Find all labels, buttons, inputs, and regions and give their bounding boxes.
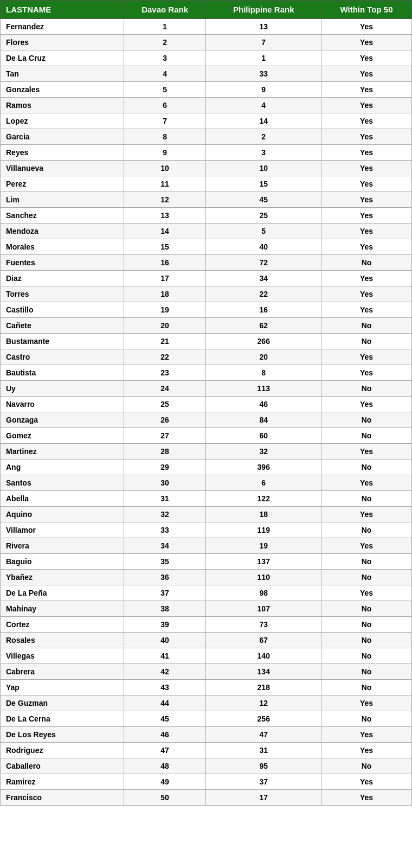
top50-cell: Yes [321, 113, 412, 129]
davao-rank-cell: 38 [124, 601, 206, 617]
davao-rank-cell: 11 [124, 176, 206, 192]
lastname-cell: Lim [1, 192, 124, 208]
lastname-cell: De La Peña [1, 585, 124, 601]
lastname-cell: Gonzaga [1, 412, 124, 428]
davao-rank-cell: 46 [124, 727, 206, 743]
davao-rank-cell: 21 [124, 334, 206, 349]
davao-rank-cell: 32 [124, 507, 206, 522]
top50-cell: Yes [321, 239, 412, 255]
lastname-cell: Lopez [1, 113, 124, 129]
lastname-cell: Bustamante [1, 334, 124, 349]
top50-cell: Yes [321, 82, 412, 98]
phil-rank-cell: 32 [206, 444, 321, 459]
top50-cell: Yes [321, 444, 412, 459]
col-header-lastname: LASTNAME [1, 1, 124, 19]
phil-rank-cell: 140 [206, 648, 321, 664]
davao-rank-cell: 25 [124, 397, 206, 412]
top50-cell: Yes [321, 302, 412, 318]
lastname-cell: Ybañez [1, 570, 124, 585]
top50-cell: No [321, 491, 412, 507]
phil-rank-cell: 1 [206, 50, 321, 66]
lastname-cell: Villegas [1, 648, 124, 664]
lastname-cell: Bautista [1, 365, 124, 381]
davao-rank-cell: 4 [124, 66, 206, 82]
table-row: Bautista238Yes [1, 365, 412, 381]
top50-cell: No [321, 648, 412, 664]
table-row: Gomez2760No [1, 428, 412, 444]
davao-rank-cell: 50 [124, 790, 206, 806]
lastname-cell: Abella [1, 491, 124, 507]
davao-rank-cell: 49 [124, 774, 206, 790]
col-header-phil: Philippine Rank [206, 1, 321, 19]
top50-cell: No [321, 255, 412, 271]
davao-rank-cell: 2 [124, 35, 206, 50]
table-row: Fuentes1672No [1, 255, 412, 271]
lastname-cell: Ang [1, 459, 124, 475]
table-row: De Guzman4412Yes [1, 695, 412, 711]
davao-rank-cell: 6 [124, 98, 206, 113]
table-row: Yap43218No [1, 680, 412, 695]
top50-cell: No [321, 664, 412, 680]
phil-rank-cell: 22 [206, 286, 321, 302]
top50-cell: Yes [321, 774, 412, 790]
phil-rank-cell: 17 [206, 790, 321, 806]
top50-cell: Yes [321, 743, 412, 758]
lastname-cell: Tan [1, 66, 124, 82]
phil-rank-cell: 9 [206, 82, 321, 98]
davao-rank-cell: 36 [124, 570, 206, 585]
table-row: Rodriguez4731Yes [1, 743, 412, 758]
phil-rank-cell: 12 [206, 695, 321, 711]
top50-cell: Yes [321, 365, 412, 381]
phil-rank-cell: 73 [206, 617, 321, 633]
top50-cell: No [321, 680, 412, 695]
table-row: Perez1115Yes [1, 176, 412, 192]
davao-rank-cell: 13 [124, 208, 206, 224]
phil-rank-cell: 98 [206, 585, 321, 601]
phil-rank-cell: 266 [206, 334, 321, 349]
top50-cell: Yes [321, 35, 412, 50]
davao-rank-cell: 12 [124, 192, 206, 208]
top50-cell: No [321, 554, 412, 570]
top50-cell: No [321, 334, 412, 349]
table-row: De La Peña3798Yes [1, 585, 412, 601]
top50-cell: No [321, 711, 412, 727]
lastname-cell: Mendoza [1, 224, 124, 239]
phil-rank-cell: 2 [206, 129, 321, 145]
phil-rank-cell: 137 [206, 554, 321, 570]
table-row: Morales1540Yes [1, 239, 412, 255]
phil-rank-cell: 14 [206, 113, 321, 129]
phil-rank-cell: 95 [206, 758, 321, 774]
table-row: Castro2220Yes [1, 349, 412, 365]
davao-rank-cell: 39 [124, 617, 206, 633]
davao-rank-cell: 10 [124, 161, 206, 176]
top50-cell: Yes [321, 145, 412, 161]
davao-rank-cell: 8 [124, 129, 206, 145]
phil-rank-cell: 3 [206, 145, 321, 161]
table-row: Ang29396No [1, 459, 412, 475]
table-row: Reyes93Yes [1, 145, 412, 161]
phil-rank-cell: 47 [206, 727, 321, 743]
table-row: Torres1822Yes [1, 286, 412, 302]
davao-rank-cell: 42 [124, 664, 206, 680]
lastname-cell: Gomez [1, 428, 124, 444]
davao-rank-cell: 7 [124, 113, 206, 129]
top50-cell: No [321, 570, 412, 585]
top50-cell: No [321, 633, 412, 648]
top50-cell: Yes [321, 192, 412, 208]
top50-cell: Yes [321, 98, 412, 113]
table-row: Tan433Yes [1, 66, 412, 82]
lastname-cell: Cabrera [1, 664, 124, 680]
lastname-cell: Uy [1, 381, 124, 397]
phil-rank-cell: 34 [206, 271, 321, 286]
table-row: Garcia82Yes [1, 129, 412, 145]
lastname-cell: Torres [1, 286, 124, 302]
table-row: Martinez2832Yes [1, 444, 412, 459]
lastname-cell: Garcia [1, 129, 124, 145]
table-row: Francisco5017Yes [1, 790, 412, 806]
lastname-cell: Aquino [1, 507, 124, 522]
phil-rank-cell: 113 [206, 381, 321, 397]
table-row: Cabrera42134No [1, 664, 412, 680]
lastname-cell: Navarro [1, 397, 124, 412]
lastname-cell: De La Cerna [1, 711, 124, 727]
top50-cell: Yes [321, 50, 412, 66]
